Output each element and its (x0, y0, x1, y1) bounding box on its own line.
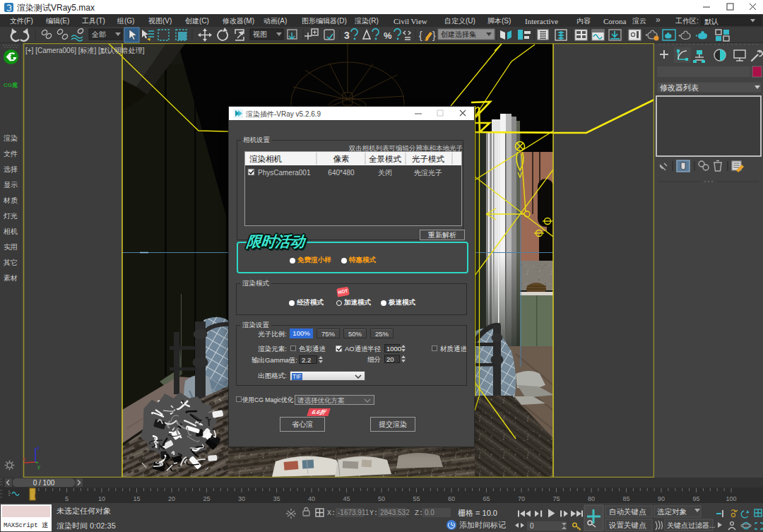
svg-text:50: 50 (378, 495, 385, 502)
svg-text:全部: 全部 (91, 30, 106, 38)
svg-text:95: 95 (692, 495, 699, 502)
svg-text:60: 60 (448, 495, 455, 502)
svg-text:PhysCamera001: PhysCamera001 (258, 169, 311, 177)
svg-text:3: 3 (344, 30, 350, 41)
svg-text:关键点过滤器...: 关键点过滤器... (667, 521, 715, 529)
svg-text:2843.532: 2843.532 (380, 509, 410, 516)
svg-text:视图: 视图 (253, 30, 267, 38)
svg-text:55: 55 (413, 495, 420, 502)
svg-text:-1673.911: -1673.911 (338, 509, 369, 516)
svg-text:40: 40 (308, 495, 315, 502)
svg-text:z: z (37, 444, 40, 451)
svg-text:渲染相机: 渲染相机 (249, 155, 283, 163)
svg-text:选定对象: 选定对象 (657, 507, 687, 516)
svg-text:25: 25 (203, 495, 210, 502)
svg-text:创建选择集: 创建选择集 (441, 30, 476, 38)
svg-text:栅格 = 10.0: 栅格 = 10.0 (458, 509, 497, 517)
svg-text:0 / 100: 0 / 100 (33, 479, 55, 487)
svg-text:0: 0 (35, 492, 38, 500)
svg-text:20: 20 (168, 495, 175, 502)
svg-text:x: x (23, 456, 25, 462)
svg-text:先渲光子: 先渲光子 (414, 169, 442, 177)
svg-text:Z:: Z: (415, 509, 423, 517)
svg-text:35: 35 (273, 495, 280, 502)
svg-text:0.0: 0.0 (425, 509, 434, 516)
svg-text:65: 65 (483, 495, 490, 502)
svg-text:75: 75 (552, 495, 560, 502)
svg-text:100: 100 (726, 495, 736, 502)
svg-text:修改器列表: 修改器列表 (660, 83, 699, 92)
svg-text:自动关键点: 自动关键点 (609, 507, 646, 516)
svg-text:设置关键点: 设置关键点 (608, 521, 646, 529)
svg-text:70: 70 (518, 495, 525, 502)
svg-text:添加时间标记: 添加时间标记 (459, 521, 506, 529)
svg-text:0: 0 (530, 522, 534, 530)
svg-text:像素: 像素 (333, 155, 350, 163)
svg-text:关闭: 关闭 (378, 169, 392, 177)
svg-text:}: } (432, 30, 436, 41)
svg-text:30: 30 (238, 495, 245, 502)
svg-text:640*480: 640*480 (328, 169, 355, 177)
svg-text:[+] [Camera006] [标准] [默认明暗处理]: [+] [Camera006] [标准] [默认明暗处理] (25, 47, 145, 54)
svg-text:10: 10 (98, 495, 105, 502)
svg-text:5: 5 (65, 495, 69, 502)
svg-text:Y:: Y: (369, 509, 378, 517)
svg-text:15: 15 (133, 495, 140, 502)
svg-text:{: { (419, 30, 422, 41)
svg-text:85: 85 (622, 495, 629, 502)
svg-text:未选定任何对象: 未选定任何对象 (57, 507, 111, 515)
svg-text:光子模式: 光子模式 (412, 155, 445, 163)
svg-text:90: 90 (658, 495, 665, 502)
svg-text:45: 45 (343, 495, 350, 502)
svg-text:渲染时间 0:02:35: 渲染时间 0:02:35 (57, 521, 116, 530)
svg-text:X:: X: (327, 509, 336, 517)
svg-text:MAXScript 迷: MAXScript 迷 (4, 521, 48, 529)
svg-text:%: % (384, 30, 392, 41)
svg-text:y: y (37, 463, 40, 470)
svg-text:全景模式: 全景模式 (369, 155, 402, 163)
svg-text:80: 80 (588, 495, 595, 502)
